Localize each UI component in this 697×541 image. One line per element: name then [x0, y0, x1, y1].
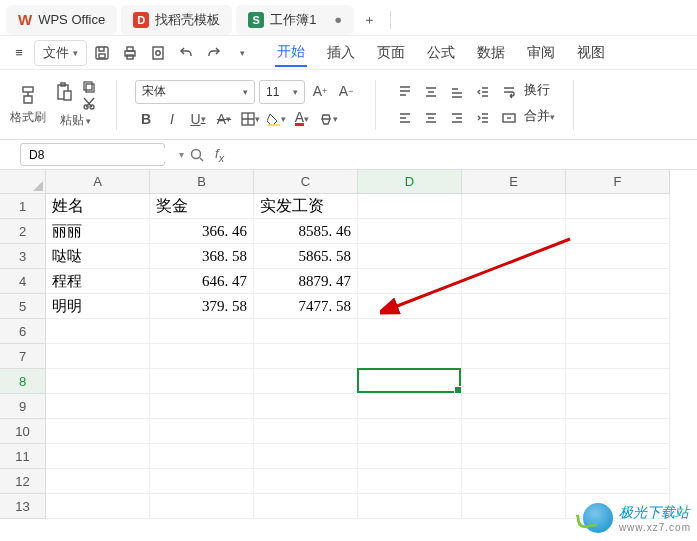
cell[interactable]: [150, 369, 254, 394]
ribbon-tab-view[interactable]: 视图: [575, 40, 607, 66]
cell[interactable]: [46, 444, 150, 469]
cell[interactable]: [358, 469, 462, 494]
cell[interactable]: [566, 344, 670, 369]
row-header[interactable]: 4: [0, 269, 46, 294]
align-bottom-icon[interactable]: [446, 81, 468, 103]
cell[interactable]: [254, 394, 358, 419]
cell[interactable]: [462, 369, 566, 394]
save-icon[interactable]: [89, 40, 115, 66]
cell[interactable]: 丽丽: [46, 219, 150, 244]
cell[interactable]: [566, 469, 670, 494]
cell[interactable]: [358, 194, 462, 219]
column-header[interactable]: E: [462, 170, 566, 194]
cell[interactable]: [358, 294, 462, 319]
cell[interactable]: [566, 369, 670, 394]
select-all-corner[interactable]: [0, 170, 46, 194]
chevron-down-icon[interactable]: ▾: [179, 149, 184, 160]
cell[interactable]: 646. 47: [150, 269, 254, 294]
cell[interactable]: [150, 394, 254, 419]
cell[interactable]: [462, 469, 566, 494]
row-header[interactable]: 5: [0, 294, 46, 319]
align-center-icon[interactable]: [420, 107, 442, 129]
redo-icon[interactable]: [201, 40, 227, 66]
row-header[interactable]: 13: [0, 494, 46, 519]
increase-font-icon[interactable]: A+: [309, 80, 331, 102]
cancel-formula-icon[interactable]: [185, 143, 209, 167]
hamburger-icon[interactable]: ≡: [6, 40, 32, 66]
cell[interactable]: [150, 444, 254, 469]
name-box-input[interactable]: [29, 148, 179, 162]
clear-format-icon[interactable]: ▾: [317, 108, 339, 130]
cell[interactable]: [462, 344, 566, 369]
ribbon-tab-formula[interactable]: 公式: [425, 40, 457, 66]
ribbon-tab-data[interactable]: 数据: [475, 40, 507, 66]
align-left-icon[interactable]: [394, 107, 416, 129]
cell[interactable]: [358, 269, 462, 294]
cell[interactable]: [358, 344, 462, 369]
bold-icon[interactable]: B: [135, 108, 157, 130]
cell[interactable]: 哒哒: [46, 244, 150, 269]
tab-template[interactable]: D 找稻壳模板: [121, 5, 232, 35]
align-middle-icon[interactable]: [420, 81, 442, 103]
cell[interactable]: 368. 58: [150, 244, 254, 269]
cell[interactable]: [358, 444, 462, 469]
cell[interactable]: [462, 219, 566, 244]
align-right-icon[interactable]: [446, 107, 468, 129]
cell[interactable]: [46, 369, 150, 394]
ribbon-tab-review[interactable]: 审阅: [525, 40, 557, 66]
ribbon-tab-page[interactable]: 页面: [375, 40, 407, 66]
italic-icon[interactable]: I: [161, 108, 183, 130]
row-header[interactable]: 12: [0, 469, 46, 494]
cell[interactable]: 379. 58: [150, 294, 254, 319]
new-tab-button[interactable]: ＋: [358, 9, 380, 31]
wrap-label[interactable]: 换行: [524, 81, 550, 103]
cell[interactable]: [46, 469, 150, 494]
formula-bar[interactable]: [224, 143, 697, 166]
cell[interactable]: [462, 294, 566, 319]
row-header[interactable]: 3: [0, 244, 46, 269]
fx-icon[interactable]: fx: [215, 146, 224, 164]
undo-icon[interactable]: [173, 40, 199, 66]
cell[interactable]: [358, 219, 462, 244]
cell[interactable]: [566, 294, 670, 319]
ribbon-tab-home[interactable]: 开始: [275, 39, 307, 67]
font-color-icon[interactable]: A▾: [291, 108, 313, 130]
cell[interactable]: [358, 494, 462, 519]
cell[interactable]: [566, 269, 670, 294]
name-box[interactable]: ▾: [20, 143, 165, 166]
format-painter-icon[interactable]: [16, 83, 40, 107]
merge-label[interactable]: 合并▾: [524, 107, 555, 129]
cell[interactable]: [150, 419, 254, 444]
cell[interactable]: [46, 394, 150, 419]
cell[interactable]: [254, 319, 358, 344]
column-header[interactable]: A: [46, 170, 150, 194]
cell[interactable]: [46, 319, 150, 344]
row-header[interactable]: 7: [0, 344, 46, 369]
cell[interactable]: [254, 419, 358, 444]
row-header[interactable]: 8: [0, 369, 46, 394]
cell[interactable]: [358, 369, 462, 394]
cell[interactable]: [358, 419, 462, 444]
cell[interactable]: [254, 469, 358, 494]
cell[interactable]: [150, 319, 254, 344]
print-icon[interactable]: [117, 40, 143, 66]
tab-app[interactable]: W WPS Office: [6, 5, 117, 35]
cell[interactable]: [358, 394, 462, 419]
align-top-icon[interactable]: [394, 81, 416, 103]
cell[interactable]: 8585. 46: [254, 219, 358, 244]
cell[interactable]: [150, 469, 254, 494]
cell[interactable]: 姓名: [46, 194, 150, 219]
cell[interactable]: [150, 494, 254, 519]
cell[interactable]: [566, 219, 670, 244]
column-header[interactable]: C: [254, 170, 358, 194]
cut-icon[interactable]: [80, 96, 98, 110]
cell[interactable]: [462, 194, 566, 219]
cell[interactable]: [462, 394, 566, 419]
cell[interactable]: [462, 244, 566, 269]
qat-dropdown[interactable]: ▾: [229, 40, 255, 66]
cell[interactable]: [254, 444, 358, 469]
row-header[interactable]: 1: [0, 194, 46, 219]
cell[interactable]: [462, 319, 566, 344]
font-name-select[interactable]: 宋体 ▾: [135, 80, 255, 104]
row-header[interactable]: 6: [0, 319, 46, 344]
